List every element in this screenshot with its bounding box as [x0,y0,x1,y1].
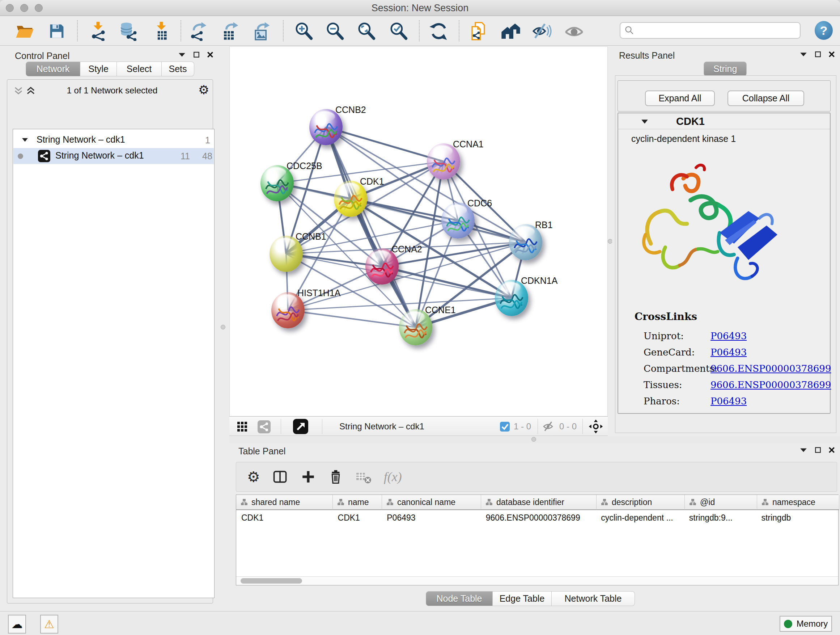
collapse-all-icon[interactable] [14,86,23,96]
tab-style[interactable]: Style [80,62,117,76]
open-session-button[interactable] [14,21,35,41]
crosslink-link[interactable]: P06493 [711,331,747,341]
float-panel-icon[interactable] [815,447,821,453]
memory-status-dot [784,620,792,628]
column-header-database-identifier[interactable]: database identifier [481,495,597,510]
close-panel-icon[interactable] [207,51,213,58]
network-canvas[interactable]: CCNB2CCNA1CDC25BCDK1CDC6RB1CCNB1CCNA2CDK… [229,46,608,416]
crosslink-link[interactable]: 9606.ENSP00000378699 [711,379,831,390]
tab-sets[interactable]: Sets [162,62,194,76]
network-row-selected[interactable]: String Network – cdk1 11 48 [13,148,214,164]
show-all-button[interactable] [501,21,521,41]
network-birdseye-icon[interactable] [257,420,271,433]
tree-expander-icon[interactable] [21,137,28,143]
crosslink-link[interactable]: P06493 [711,347,747,358]
birdseye-toggle-icon[interactable] [588,419,603,434]
left-splitter-handle[interactable] [221,325,225,329]
network-list: String Network – cdk1 1 String Network –… [13,129,215,598]
table-cell[interactable]: cyclin-dependent ... [596,510,684,525]
expand-all-icon[interactable] [26,86,35,96]
zoom-selected-button[interactable] [388,21,409,41]
table-panel-title: Table Panel [238,446,286,456]
float-panel-icon[interactable] [815,51,821,57]
column-header-canonical-name[interactable]: canonical name [382,495,481,510]
zoom-out-button[interactable] [325,21,345,41]
zoom-fit-button[interactable] [356,21,377,41]
tab-network-table[interactable]: Network Table [552,591,635,606]
search-input[interactable] [635,25,790,36]
table-cell[interactable]: CDK1 [236,510,333,525]
open-in-window-icon[interactable] [293,419,308,434]
add-column-icon[interactable] [301,469,316,485]
column-header-name[interactable]: name [333,495,382,510]
function-builder-icon[interactable]: f(x) [384,469,402,485]
scrollbar-thumb[interactable] [240,578,302,584]
table-cell[interactable]: stringdb [756,510,838,525]
collapse-all-button[interactable]: Collapse All [728,90,804,106]
search-box [620,22,801,39]
import-table-icon [152,21,171,41]
import-network-button[interactable] [88,21,108,41]
delete-column-icon[interactable] [328,469,343,485]
tab-edge-table[interactable]: Edge Table [493,591,552,606]
grid-view-icon[interactable] [237,422,248,432]
delete-table-icon[interactable] [355,470,371,484]
help-button[interactable]: ? [815,21,833,40]
table-cell[interactable]: stringdb:9... [684,510,756,525]
memory-button[interactable]: Memory [780,616,832,632]
table-row[interactable]: CDK1CDK1P064939606.ENSP00000378699cyclin… [236,510,838,525]
network-collection-row[interactable]: String Network – cdk1 1 [13,132,214,148]
refresh-button[interactable] [429,21,449,41]
column-header-label: namespace [772,497,815,507]
tab-string[interactable]: String [704,62,747,76]
collapse-entry-icon[interactable] [641,119,649,125]
table-cell[interactable]: P06493 [382,510,481,525]
panel-menu-icon[interactable] [799,447,807,453]
column-type-icon [761,499,769,506]
warnings-button[interactable]: ⚠ [40,615,58,633]
import-table-button[interactable] [151,21,172,41]
table-cell[interactable]: 9606.ENSP00000378699 [481,510,596,525]
column-type-icon [485,499,493,506]
hide-selected-button[interactable] [532,21,553,41]
column-type-icon [337,499,344,506]
cloud-button[interactable]: ☁ [8,615,26,633]
show-hidden-button[interactable] [564,21,584,41]
horizontal-splitter-handle[interactable] [531,437,536,442]
close-panel-icon[interactable] [829,51,835,57]
close-panel-icon[interactable] [829,447,835,453]
show-columns-icon[interactable] [272,469,288,485]
selected-count: 1 - 0 [514,421,531,432]
table-horizontal-scrollbar[interactable] [236,576,838,585]
network-options-gear-icon[interactable]: ⚙ [198,82,209,97]
export-network-button[interactable] [188,21,209,41]
node-highlight [276,238,295,249]
zoom-in-button[interactable] [294,21,314,41]
column-header-shared-name[interactable]: shared name [236,495,333,510]
selected-checkbox-icon[interactable] [500,422,510,432]
crosslink-link[interactable]: P06493 [711,396,747,407]
cdk1-card-header[interactable]: CDK1 [618,113,830,129]
toolbar-separator [459,20,459,41]
panel-menu-icon[interactable] [178,51,186,58]
tab-network[interactable]: Network [26,62,80,76]
export-table-button[interactable] [220,21,240,41]
table-options-gear-icon[interactable]: ⚙ [247,469,260,485]
import-network-from-database-button[interactable] [118,21,139,41]
table-cell[interactable]: CDK1 [333,510,382,525]
panel-menu-icon[interactable] [799,51,807,57]
expand-all-button[interactable]: Expand All [645,90,715,106]
save-session-button[interactable] [47,21,67,41]
column-header-namespace[interactable]: namespace [757,495,839,510]
node-label-cdkn1a: CDKN1A [521,276,557,286]
tab-node-table[interactable]: Node Table [426,591,493,606]
column-header-description[interactable]: description [597,495,685,510]
export-image-button[interactable] [252,21,272,41]
tab-select[interactable]: Select [117,62,162,76]
node-label-hist1h1a: HIST1H1A [297,288,340,298]
float-panel-icon[interactable] [193,51,200,58]
column-header--id[interactable]: @id [685,495,757,510]
clone-network-button[interactable] [469,21,489,41]
crosslink-link[interactable]: 9606.ENSP00000378699 [711,363,831,374]
hidden-eye-icon[interactable] [543,421,556,432]
